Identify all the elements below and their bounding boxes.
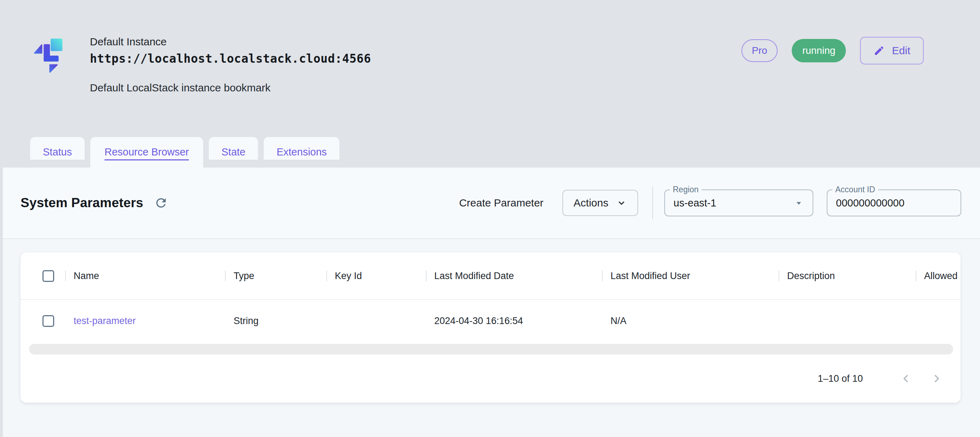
- actions-dropdown-button[interactable]: Actions: [562, 190, 638, 216]
- chevron-right-icon: [931, 373, 943, 384]
- tab-state-label: State: [221, 146, 246, 158]
- column-header-last-modified-date: Last Modified Date: [426, 271, 602, 282]
- toolbar-title-group: System Parameters: [21, 195, 169, 211]
- select-arrow-icon: [794, 198, 804, 208]
- localstack-logo-icon: [33, 35, 68, 75]
- row-checkbox-cell: [21, 315, 65, 327]
- region-select-value: us-east-1: [673, 197, 794, 209]
- instance-info: Default Instance https://localhost.local…: [90, 35, 741, 94]
- column-header-name: Name: [65, 271, 225, 282]
- pagination-next-button[interactable]: [927, 368, 947, 389]
- table-row[interactable]: test-parameter String 2024-04-30 16:16:5…: [21, 299, 961, 342]
- actions-dropdown-label: Actions: [574, 197, 608, 209]
- column-header-type: Type: [225, 271, 326, 282]
- plan-badge: Pro: [741, 39, 778, 62]
- toolbar-divider-line: [652, 187, 653, 219]
- instance-badges: Pro running Edit: [741, 35, 924, 64]
- chevron-left-icon: [900, 373, 912, 384]
- column-header-allowed: Allowed: [916, 271, 961, 282]
- tab-status-label: Status: [43, 146, 72, 158]
- account-id-field-value: 000000000000: [836, 197, 952, 209]
- refresh-button[interactable]: [153, 195, 169, 211]
- edit-button-label: Edit: [892, 45, 910, 57]
- region-select-label: Region: [670, 185, 702, 195]
- instance-description: Default LocalStack instance bookmark: [90, 82, 741, 94]
- tab-resource-browser[interactable]: Resource Browser: [90, 137, 203, 167]
- tab-resource-browser-label: Resource Browser: [104, 146, 189, 158]
- region-select[interactable]: Region us-east-1: [664, 190, 813, 216]
- chevron-down-icon: [616, 198, 627, 208]
- page-title: System Parameters: [21, 196, 143, 211]
- horizontal-scrollbar-thumb[interactable]: [29, 344, 953, 354]
- create-parameter-button[interactable]: Create Parameter: [459, 197, 543, 209]
- pencil-icon: [873, 45, 885, 56]
- instance-url: https://localhost.localstack.cloud:4566: [90, 52, 741, 65]
- table-area: Name Type Key Id Last Modified Date Last…: [0, 252, 980, 437]
- instance-tabs: Status Resource Browser State Extensions: [30, 137, 339, 167]
- cell-last-modified-user: N/A: [602, 316, 779, 327]
- edit-button[interactable]: Edit: [860, 37, 924, 64]
- toolbar-bottom-divider: [0, 238, 980, 239]
- pagination-range-label: 1–10 of 10: [818, 373, 863, 384]
- status-badge: running: [792, 39, 846, 62]
- pagination: 1–10 of 10: [21, 354, 961, 403]
- tab-state[interactable]: State: [209, 137, 258, 160]
- instance-header-row: Default Instance https://localhost.local…: [0, 0, 980, 94]
- localstack-app: Default Instance https://localhost.local…: [0, 0, 980, 437]
- tab-extensions-label: Extensions: [277, 146, 327, 158]
- column-header-key-id: Key Id: [326, 271, 426, 282]
- cell-type: String: [225, 316, 326, 327]
- cell-last-modified-date: 2024-04-30 16:16:54: [426, 316, 602, 327]
- parameters-card: Name Type Key Id Last Modified Date Last…: [21, 252, 961, 403]
- window-left-edge: [0, 167, 3, 437]
- instance-header: Default Instance https://localhost.local…: [0, 0, 980, 167]
- tab-status[interactable]: Status: [30, 137, 84, 160]
- account-id-field[interactable]: Account ID 000000000000: [827, 190, 961, 216]
- tab-extensions[interactable]: Extensions: [264, 137, 339, 160]
- table-header-row: Name Type Key Id Last Modified Date Last…: [21, 252, 961, 299]
- column-header-last-modified-user: Last Modified User: [602, 271, 779, 282]
- header-checkbox-cell: [21, 270, 65, 282]
- resource-panel: System Parameters Create Parameter Actio…: [0, 167, 980, 239]
- cell-name-link[interactable]: test-parameter: [65, 316, 225, 327]
- account-id-field-label: Account ID: [832, 185, 878, 195]
- column-header-description: Description: [779, 271, 916, 282]
- toolbar-actions: Create Parameter Actions Region us-east-…: [459, 187, 961, 219]
- instance-name: Default Instance: [90, 35, 741, 48]
- toolbar: System Parameters Create Parameter Actio…: [0, 167, 980, 238]
- row-checkbox[interactable]: [43, 315, 54, 327]
- pagination-prev-button[interactable]: [896, 368, 916, 389]
- refresh-icon: [154, 196, 168, 210]
- select-all-checkbox[interactable]: [43, 270, 54, 282]
- horizontal-scrollbar-track: [21, 342, 961, 354]
